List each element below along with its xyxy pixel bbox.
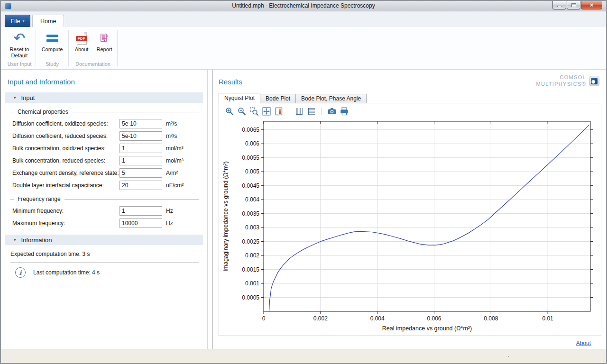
expected-computation-time: Expected computation time: 3 s [10,251,207,257]
about-link[interactable]: About [576,340,591,346]
svg-text:Imagaginary impedance vs groun: Imagaginary impedance vs ground (Ω*m²) [222,161,229,271]
zoom-in-icon[interactable] [225,107,234,116]
toolbar-separator [289,108,289,115]
collapse-triangle-icon: ▾ [14,95,16,100]
maximize-icon [571,3,576,7]
x-log-scale-icon[interactable] [294,107,304,116]
svg-text:0: 0 [262,315,266,322]
field-max-frequency: Maximum frequency: Hz [12,218,207,228]
svg-text:0.002: 0.002 [245,252,259,259]
left-panel-title: Input and Information [8,78,207,86]
report-button[interactable]: Report [93,28,116,53]
y-log-scale-icon[interactable] [307,107,316,116]
results-panel: Results COMSOL MULTIPHYSICS® Nyquist Plo… [213,70,606,349]
toolbar-separator [322,108,322,115]
ribbon-tab-home[interactable]: Home [32,15,64,27]
field-double-layer: Double layer interfacial capacitance: uF… [12,181,207,190]
file-menu-button[interactable]: File ▾ [5,15,30,27]
logo-line2: MULTIPHYSICS® [536,81,586,88]
svg-text:0.0015: 0.0015 [242,266,259,273]
chemical-properties-legend: Chemical properties [10,109,199,115]
frequency-range-legend: Frequency range [10,196,199,202]
color-legend-icon[interactable] [274,107,284,116]
field-exchange-current: Exchange current density, reference stat… [12,168,207,178]
diffusion-reduced-input[interactable] [120,131,162,141]
comsol-logo: COMSOL MULTIPHYSICS® [536,74,599,88]
collapse-triangle-icon: ▾ [14,237,16,242]
results-title: Results [219,78,242,86]
title-bar[interactable]: Untitled.mph - Electrochemical Impedance… [1,1,606,11]
diffusion-oxidized-input[interactable] [120,119,162,128]
svg-text:0.005: 0.005 [245,168,259,175]
ribbon-group-user-input: ↶ Reset to Default User Input [5,28,34,69]
reset-to-default-label: Reset to Default [5,46,34,59]
window-title: Untitled.mph - Electrochemical Impedance… [1,2,606,9]
ribbon-separator [68,30,69,66]
logo-line1: COMSOL [536,74,586,81]
ribbon-separator [117,30,118,66]
reset-to-default-button[interactable]: ↶ Reset to Default [5,28,34,59]
bulk-oxidized-input[interactable] [120,144,162,153]
last-computation-row: i Last computation time: 4 s [15,267,207,278]
svg-text:0.0035: 0.0035 [242,210,259,217]
nyquist-plot[interactable]: 00.0020.0040.0060.0080.010.00050.0010.00… [220,120,599,335]
plot-container: 00.0020.0040.0060.0080.010.00050.0010.00… [219,103,601,336]
print-icon[interactable] [340,107,349,116]
field-min-frequency: Minimum frequency: Hz [12,206,207,216]
field-bulk-oxidized: Bulk concentration, oxidized species: mo… [12,144,207,153]
ribbon-group-label: Documentation [75,60,110,69]
equals-icon [46,35,58,42]
ribbon-group-label: User Input [8,60,32,69]
about-pdf-button[interactable]: PDF About [70,28,93,53]
double-layer-input[interactable] [120,181,162,190]
svg-text:0.0025: 0.0025 [242,238,259,245]
svg-text:0.0055: 0.0055 [242,155,259,161]
svg-text:0.001: 0.001 [245,280,259,287]
svg-text:0.006: 0.006 [427,315,441,322]
resize-grip-icon[interactable] [599,356,605,362]
svg-text:0.0045: 0.0045 [242,182,259,189]
information-section-header[interactable]: ▾ Information [5,235,203,245]
information-section-label: Information [21,237,52,244]
panel-divider[interactable] [207,70,213,349]
tab-nyquist-plot[interactable]: Nyquist Plot [219,93,260,103]
svg-text:0.0065: 0.0065 [242,127,259,133]
input-section-header[interactable]: ▾ Input [5,92,203,103]
exchange-current-input[interactable] [120,168,162,178]
report-icon [100,33,109,43]
zoom-out-icon[interactable] [237,107,247,116]
ribbon-tabstrip: File ▾ Home [1,11,606,27]
report-label: Report [96,46,112,53]
field-bulk-reduced: Bulk concentration, reduced species: mol… [12,156,207,165]
svg-text:0.004: 0.004 [370,315,385,322]
minimize-button[interactable] [552,1,566,9]
svg-text:0.01: 0.01 [542,315,553,322]
snapshot-camera-icon[interactable] [327,107,337,116]
svg-text:0.006: 0.006 [245,140,259,147]
field-diffusion-reduced: Diffusion coefficient, reduced species: … [12,131,207,141]
max-frequency-input[interactable] [120,218,162,228]
compute-label: Compute [42,46,63,53]
ribbon-group-study: Compute Study [37,28,67,69]
maximize-button[interactable] [567,1,580,9]
svg-text:0.008: 0.008 [484,315,498,322]
tab-bode-plot[interactable]: Bode Plot [260,94,296,103]
chevron-down-icon: ▾ [23,19,25,23]
app-window: Untitled.mph - Electrochemical Impedance… [0,0,607,364]
ribbon: ↶ Reset to Default User Input Compute St… [1,27,606,70]
tab-bode-plot-phase-angle[interactable]: Bode Plot, Phase Angle [295,94,367,103]
zoom-extents-icon[interactable] [262,107,271,116]
min-frequency-input[interactable] [120,206,162,216]
status-bar [1,349,606,363]
input-section-label: Input [21,94,35,101]
svg-text:Real impedance vs ground (Ω*m²: Real impedance vs ground (Ω*m²) [382,325,472,332]
ribbon-group-label: Study [46,60,59,69]
status-separator-dot [508,356,509,357]
zoom-box-icon[interactable] [249,107,259,116]
bulk-reduced-input[interactable] [120,156,162,165]
file-menu-label: File [10,18,20,25]
svg-text:0.004: 0.004 [245,196,259,203]
svg-text:0.002: 0.002 [313,315,328,322]
compute-button[interactable]: Compute [37,28,67,53]
close-button[interactable]: × [581,1,602,9]
